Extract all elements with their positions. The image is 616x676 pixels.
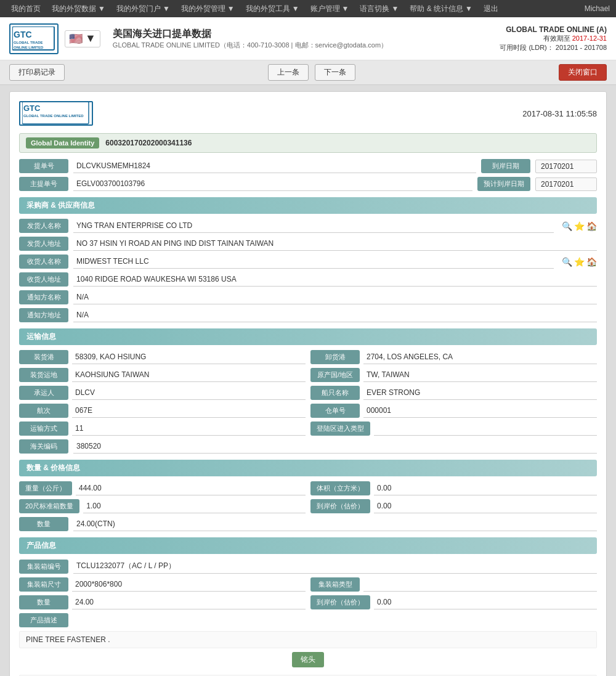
shipper-addr-label: 发货人地址	[19, 237, 68, 251]
star-icon[interactable]: ⭐	[574, 221, 585, 231]
nav-logout[interactable]: 退出	[479, 1, 503, 17]
document-logo: GTC GLOBAL TRADE ONLINE LIMITED	[19, 101, 93, 126]
bill-no-label: 提单号	[19, 159, 68, 173]
product-qty-col: 数量 24.00	[19, 595, 306, 609]
bill-no-row: 提单号 DLCVKUSMEMH1824 到岸日期 20170201	[19, 159, 597, 173]
print-button[interactable]: 打印易记录	[9, 64, 65, 81]
product-price-label: 到岸价（估价）	[310, 595, 370, 609]
next-button[interactable]: 下一条	[315, 64, 355, 81]
origin-country-col: 原产国/地区 TW, TAIWAN	[310, 368, 597, 382]
arrival-date-value: 20170201	[535, 160, 597, 173]
container-20-col: 20尺标准箱数量 1.00	[19, 499, 306, 513]
nav-help[interactable]: 帮助 & 统计信息 ▼	[405, 1, 477, 17]
container-size-value: 2000*806*800	[72, 578, 306, 592]
customs-code-label: 海关编码	[19, 439, 68, 454]
shipper-name-value: YNG TRAN ENTERPRISE CO LTD	[73, 219, 554, 233]
container-row: 20尺标准箱数量 1.00 到岸价（估价） 0.00	[19, 499, 597, 513]
voyage-row: 航次 067E 仓单号 000001	[19, 404, 597, 418]
qty-value: 24.00(CTN)	[73, 518, 597, 531]
container-20-label: 20尺标准箱数量	[19, 499, 79, 513]
nav-home[interactable]: 我的首页	[6, 1, 46, 17]
consignee-name-value: MIDWEST TECH LLC	[73, 255, 554, 269]
svg-text:GLOBAL TRADE ONLINE LIMITED: GLOBAL TRADE ONLINE LIMITED	[23, 114, 84, 118]
consignee-name-label: 收货人名称	[19, 255, 68, 269]
chevron-down-icon: ▼	[292, 4, 299, 13]
transport-mode-col: 运输方式 11	[19, 421, 306, 436]
transport-mode-value: 11	[72, 422, 306, 436]
product-section-header: 产品信息	[19, 537, 597, 554]
prev-button[interactable]: 上一条	[268, 64, 309, 81]
page-title: 美国海关进口提单数据	[113, 28, 500, 41]
landing-price-col: 到岸价（估价） 0.00	[310, 499, 597, 513]
document-timestamp: 2017-08-31 11:05:58	[522, 109, 597, 118]
landing-price-label: 到岸价（估价）	[310, 499, 370, 513]
details-button[interactable]: 铭头	[292, 652, 324, 667]
search-icon[interactable]: 🔍	[562, 257, 572, 267]
header-center: 美国海关进口提单数据 GLOBAL TRADE ONLINE LIMITED（电…	[100, 28, 500, 50]
master-bill-label: 主提单号	[19, 177, 68, 191]
vessel-label: 船只名称	[310, 386, 360, 400]
close-button[interactable]: 关闭窗口	[559, 64, 607, 81]
product-qty-label: 数量	[19, 595, 68, 609]
container-type-col: 集装箱类型	[310, 577, 597, 592]
home-icon[interactable]: 🏠	[586, 257, 597, 267]
country-row: 装货运地 KAOHSIUNG TAIWAN 原产国/地区 TW, TAIWAN	[19, 368, 597, 382]
container-size-col: 集装箱尺寸 2000*806*800	[19, 577, 306, 592]
ftz-label: 登陆区进入类型	[310, 421, 370, 436]
container-size-row: 集装箱尺寸 2000*806*800 集装箱类型	[19, 577, 597, 592]
time-range-info: 可用时段 (LDR)： 201201 - 201708	[500, 43, 607, 52]
chevron-down-icon: ▼	[85, 32, 96, 45]
search-icon[interactable]: 🔍	[562, 221, 572, 231]
transport-mode-label: 运输方式	[19, 421, 68, 436]
qty-label: 数量	[19, 517, 68, 531]
shipper-addr-row: 发货人地址 NO 37 HSIN YI ROAD AN PING IND DIS…	[19, 237, 597, 251]
notify-name-label: 通知方名称	[19, 290, 68, 304]
master-bill-row: 主提单号 EGLV003700103796 预计到岸日期 20170201	[19, 177, 597, 191]
nav-data[interactable]: 我的外贸数据 ▼	[47, 1, 110, 17]
carrier-col: 承运人 DLCV	[19, 386, 306, 400]
flag-selector[interactable]: 🇺🇸 ▼	[65, 30, 100, 47]
container-type-label: 集装箱类型	[310, 577, 360, 592]
gdi-row: Global Data Identity 6003201702020003411…	[19, 133, 597, 153]
container-no-value: TCLU1232077（AC / L / PP）	[73, 559, 597, 574]
weight-row: 重量（公斤） 444.00 体积（立方米） 0.00	[19, 481, 597, 495]
gdi-value: 600320170202000341136	[105, 139, 192, 147]
qty-row: 数量 24.00(CTN)	[19, 517, 597, 531]
consignee-name-row: 收货人名称 MIDWEST TECH LLC 🔍 ⭐ 🏠	[19, 255, 597, 269]
nav-account[interactable]: 账户管理 ▼	[306, 1, 354, 17]
unloading-port-value: 2704, LOS ANGELES, CA	[363, 351, 597, 364]
svg-text:GTC: GTC	[14, 30, 32, 39]
consignee-addr-value: 1040 RIDGE ROAD WAUKESHA WI 53186 USA	[73, 273, 597, 287]
shipper-action-icons: 🔍 ⭐ 🏠	[562, 221, 597, 231]
arrival-date-label: 到岸日期	[481, 159, 530, 173]
nav-language[interactable]: 语言切换 ▼	[355, 1, 403, 17]
product-description: PINE TREE FASTENER .	[19, 631, 597, 648]
voyage-value: 067E	[72, 404, 306, 418]
svg-text:GLOBAL TRADE: GLOBAL TRADE	[14, 41, 43, 44]
home-icon[interactable]: 🏠	[586, 221, 597, 231]
expire-info: 有效期至 2017-12-31	[500, 34, 607, 43]
svg-text:ONLINE LIMITED: ONLINE LIMITED	[14, 46, 44, 49]
nav-portal[interactable]: 我的外贸门户 ▼	[111, 1, 175, 17]
order-no-label: 仓单号	[310, 404, 360, 418]
product-price-value: 0.00	[374, 596, 597, 609]
notify-name-row: 通知方名称 N/A	[19, 290, 597, 304]
container-size-label: 集装箱尺寸	[19, 577, 68, 592]
loading-port-value: 58309, KAO HSIUNG	[72, 351, 306, 364]
notify-addr-row: 通知方地址 N/A	[19, 308, 597, 322]
origin-country-value: TW, TAIWAN	[363, 369, 597, 382]
nav-management[interactable]: 我的外贸管理 ▼	[176, 1, 240, 17]
supplier-section-header: 采购商 & 供应商信息	[19, 197, 597, 214]
star-icon[interactable]: ⭐	[574, 257, 585, 267]
product-qty-row: 数量 24.00 到岸价（估价） 0.00	[19, 595, 597, 609]
unloading-port-label: 卸货港	[310, 350, 360, 364]
master-bill-value: EGLV003700103796	[73, 177, 472, 191]
volume-value: 0.00	[374, 482, 597, 495]
carrier-value: DLCV	[72, 386, 306, 400]
notify-name-value: N/A	[73, 291, 597, 304]
nav-tools[interactable]: 我的外贸工具 ▼	[241, 1, 304, 17]
top-toolbar: 打印易记录 上一条 下一条 关闭窗口	[0, 60, 616, 85]
loading-country-col: 装货运地 KAOHSIUNG TAIWAN	[19, 368, 306, 382]
container-20-value: 1.00	[83, 500, 306, 513]
container-type-value	[363, 578, 597, 592]
